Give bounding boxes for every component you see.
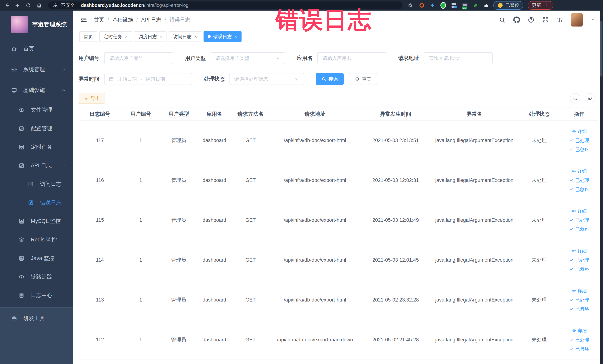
table-row: 117 1 管理员 dashboard GET /api/infra/db-do…: [79, 120, 598, 160]
ignored-link[interactable]: 已忽略: [569, 306, 589, 312]
toggle-search-button[interactable]: [570, 93, 580, 104]
extensions-row: on: [419, 3, 489, 8]
check-icon: [569, 347, 574, 351]
close-icon[interactable]: ×: [125, 34, 128, 39]
cell-user-type: 管理员: [160, 320, 197, 360]
sidebar-item-dev-tools[interactable]: 研发工具: [0, 308, 73, 329]
extension-icon-leaf[interactable]: [473, 3, 478, 8]
window-scrollbar[interactable]: [600, 11, 603, 364]
sidebar-item-scheduled-task[interactable]: 定时任务: [0, 138, 73, 156]
detail-link[interactable]: 详细: [572, 208, 587, 214]
ignored-link[interactable]: 已忽略: [569, 266, 589, 272]
extensions-puzzle-icon[interactable]: [483, 3, 489, 8]
font-size-icon[interactable]: [557, 16, 563, 23]
security-label[interactable]: 不安全: [61, 2, 75, 8]
processed-link[interactable]: 已处理: [569, 177, 589, 183]
tab-schedule-log[interactable]: 调度日志 ×: [134, 31, 166, 42]
extension-icon-on[interactable]: on: [462, 3, 467, 8]
sidebar-item-redis-monitor[interactable]: Redis 监控: [0, 231, 73, 249]
date-range-picker[interactable]: 开始日期 - 结束日期: [104, 73, 192, 85]
ignored-link[interactable]: 已忽略: [569, 146, 589, 153]
avatar-caret-icon[interactable]: [590, 18, 595, 22]
export-button[interactable]: 导出: [79, 93, 105, 104]
scrollbar-thumb[interactable]: [600, 21, 603, 77]
breadcrumb-separator: /: [136, 17, 138, 23]
breadcrumb-infra[interactable]: 基础设施: [112, 16, 133, 23]
sidebar-item-api-log[interactable]: API 日志: [0, 156, 73, 175]
sidebar-item-infra[interactable]: 基础设施: [0, 80, 73, 101]
help-icon[interactable]: [528, 16, 534, 23]
chrome-update-button[interactable]: 更新 ⋮: [528, 1, 553, 10]
processed-link[interactable]: 已处理: [569, 217, 589, 223]
tab-error-log[interactable]: 错误日志 ×: [204, 31, 242, 42]
close-icon[interactable]: ×: [194, 34, 197, 39]
column-header: 请求方法名: [232, 108, 269, 120]
sidebar-item-access-log[interactable]: 访问日志: [0, 175, 73, 193]
cell-url: /api/infra/db-doc/export-html: [269, 120, 360, 160]
processed-link[interactable]: 已处理: [569, 337, 589, 343]
sidebar-item-log-center[interactable]: 日志中心: [0, 286, 73, 305]
request-url-input[interactable]: [424, 52, 493, 64]
home-icon[interactable]: [36, 2, 42, 9]
sidebar: 芋道管理系统 首页 系统管理 基础设施: [0, 11, 73, 364]
sidebar-item-system[interactable]: 系统管理: [0, 59, 73, 80]
refresh-table-button[interactable]: [585, 93, 595, 104]
sidebar-item-java-monitor[interactable]: Java 监控: [0, 249, 73, 268]
detail-link[interactable]: 详细: [572, 168, 587, 174]
detail-link[interactable]: 详细: [572, 328, 587, 334]
chevron-down-icon: [294, 77, 299, 82]
extension-icon-green[interactable]: [441, 3, 446, 8]
search-icon[interactable]: [499, 16, 506, 23]
github-icon[interactable]: [513, 16, 520, 23]
detail-link[interactable]: 详细: [572, 128, 587, 134]
sidebar-item-file-manage[interactable]: 文件管理: [0, 101, 73, 119]
start-date-placeholder: 开始日期: [117, 76, 137, 82]
detail-link[interactable]: 详细: [572, 288, 587, 294]
sidebar-item-error-log[interactable]: 错误日志: [0, 193, 73, 212]
forward-icon[interactable]: [14, 2, 21, 9]
close-icon[interactable]: ×: [159, 34, 162, 39]
browser-menu-icon[interactable]: ⋮: [545, 2, 549, 8]
column-header: 操作: [561, 108, 598, 120]
user-id-input[interactable]: [104, 52, 173, 64]
close-icon[interactable]: ×: [234, 34, 237, 39]
reload-icon[interactable]: [25, 2, 32, 9]
back-icon[interactable]: [4, 2, 10, 9]
processed-link[interactable]: 已处理: [569, 137, 589, 143]
extension-icon-drop[interactable]: [430, 3, 435, 8]
cell-status: 未处理: [518, 200, 561, 240]
user-avatar[interactable]: [571, 13, 583, 26]
extension-icon-grid[interactable]: [451, 3, 457, 8]
sidebar-item-config-manage[interactable]: 配置管理: [0, 119, 73, 138]
detail-link[interactable]: 详细: [572, 248, 587, 254]
breadcrumb-api-log[interactable]: API 日志: [141, 16, 162, 23]
sidebar-item-trace[interactable]: 链路追踪: [0, 268, 73, 286]
cell-time: 2021-05-03 12:02:31: [360, 160, 431, 200]
fullscreen-icon[interactable]: [542, 16, 549, 23]
breadcrumb-home[interactable]: 首页: [94, 16, 104, 23]
filter-process-status: 处理状态 请选择处理状态: [204, 73, 304, 85]
bookmark-star-icon[interactable]: [407, 2, 413, 9]
reset-button[interactable]: 重置: [349, 73, 377, 85]
sidebar-item-mysql-monitor[interactable]: MySQL 监控: [0, 212, 73, 231]
cell-app: dashboard: [197, 280, 232, 320]
tab-access-log[interactable]: 访问日志 ×: [169, 31, 201, 42]
processed-link[interactable]: 已处理: [569, 297, 589, 303]
tab-home[interactable]: 首页: [79, 31, 97, 42]
paused-extension-badge[interactable]: 已暂停: [493, 1, 523, 10]
tab-scheduled-task[interactable]: 定时任务 ×: [99, 31, 132, 42]
ignored-link[interactable]: 已忽略: [569, 346, 589, 352]
ignored-link[interactable]: 已忽略: [569, 186, 589, 192]
cell-exception: java.lang.IllegalArgumentException: [431, 280, 518, 320]
search-button[interactable]: 搜索: [316, 73, 344, 85]
url-path: /infra/log/api-error-log: [144, 3, 188, 8]
processed-link[interactable]: 已处理: [569, 257, 589, 263]
process-status-select[interactable]: 请选择处理状态: [230, 73, 304, 85]
app-name-input[interactable]: [317, 52, 386, 64]
sidebar-item-label: 文件管理: [31, 106, 52, 114]
ignored-link[interactable]: 已忽略: [569, 226, 589, 232]
user-type-select[interactable]: 请选择用户类型: [210, 52, 285, 64]
extension-icon-target[interactable]: [419, 3, 425, 8]
collapse-menu-icon[interactable]: [80, 16, 88, 23]
sidebar-item-home[interactable]: 首页: [0, 38, 73, 59]
